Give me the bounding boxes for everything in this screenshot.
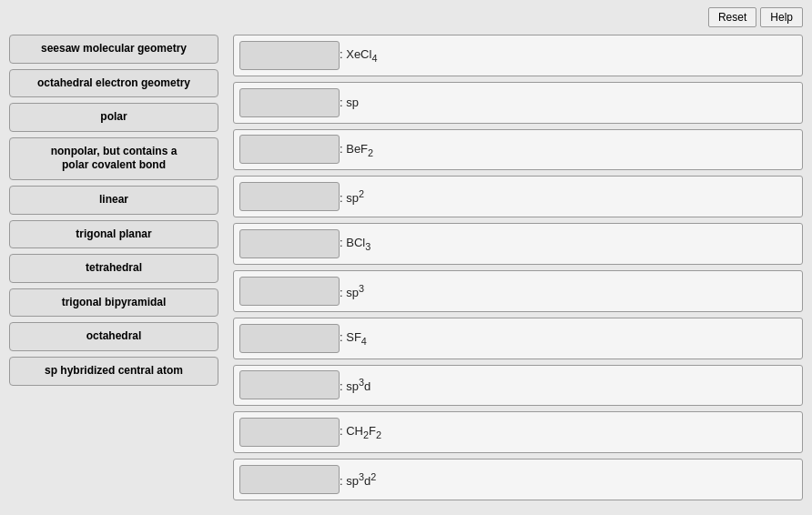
drop-row-4: : BCl3 (233, 223, 803, 265)
drop-target-9[interactable] (239, 465, 340, 494)
drop-row-0: : XeCl4 (233, 35, 803, 76)
drag-item-seesaw-molecular-geometry[interactable]: seesaw molecular geometry (9, 35, 218, 64)
drop-row-1: : sp (233, 82, 803, 124)
row-label-5: : sp3 (340, 283, 364, 299)
drop-target-4[interactable] (239, 229, 340, 258)
drop-target-3[interactable] (239, 182, 340, 211)
drop-row-8: : CH2F2 (233, 411, 803, 453)
row-label-2: : BeF2 (340, 142, 373, 158)
drop-target-2[interactable] (239, 135, 340, 164)
drag-item-linear[interactable]: linear (9, 186, 218, 215)
row-label-8: : CH2F2 (340, 424, 381, 440)
drag-item-trigonal-bipyramidal[interactable]: trigonal bipyramidal (9, 288, 218, 318)
drop-target-8[interactable] (239, 418, 340, 447)
row-label-9: : sp3d2 (340, 471, 376, 488)
drop-row-5: : sp3 (233, 270, 803, 312)
row-label-7: : sp3d (340, 377, 370, 393)
drop-row-3: : sp2 (233, 176, 803, 217)
row-label-4: : BCl3 (340, 236, 370, 252)
row-label-1: : sp (340, 96, 359, 109)
row-label-3: : sp2 (340, 188, 364, 205)
help-button[interactable]: Help (760, 7, 803, 27)
drag-item-polar[interactable]: polar (9, 103, 218, 132)
drop-target-0[interactable] (239, 41, 340, 70)
drag-item-sp-hybridized[interactable]: sp hybridized central atom (9, 357, 218, 386)
main-content: seesaw molecular geometryoctahedral elec… (0, 31, 812, 510)
drop-row-9: : sp3d2 (233, 459, 803, 500)
drag-item-nonpolar-contains-polar[interactable]: nonpolar, but contains apolar covalent b… (9, 137, 218, 180)
drag-item-octahedral[interactable]: octahedral (9, 322, 218, 351)
drop-row-6: : SF4 (233, 318, 803, 359)
drop-target-1[interactable] (239, 88, 340, 117)
reset-button[interactable]: Reset (708, 7, 756, 27)
drop-target-6[interactable] (239, 324, 340, 353)
left-panel: seesaw molecular geometryoctahedral elec… (9, 31, 218, 500)
drop-row-7: : sp3d (233, 365, 803, 407)
drag-item-octahedral-electron-geometry[interactable]: octahedral electron geometry (9, 69, 218, 98)
drop-row-2: : BeF2 (233, 129, 803, 171)
drop-target-5[interactable] (239, 277, 340, 306)
row-label-0: : XeCl4 (340, 47, 377, 64)
drop-target-7[interactable] (239, 370, 340, 399)
right-panel: : XeCl4: sp: BeF2: sp2: BCl3: sp3: SF4: … (233, 31, 803, 500)
drag-item-tetrahedral[interactable]: tetrahedral (9, 254, 218, 283)
row-label-6: : SF4 (340, 330, 367, 347)
drag-item-trigonal-planar[interactable]: trigonal planar (9, 220, 218, 249)
toolbar: Reset Help (0, 0, 812, 31)
